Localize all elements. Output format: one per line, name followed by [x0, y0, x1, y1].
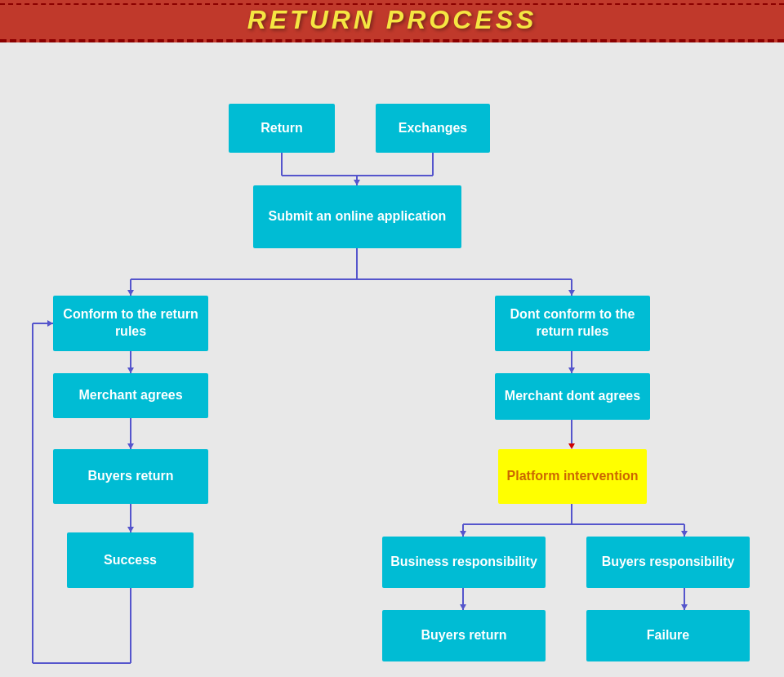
dont-conform-box: Dont conform to the return rules: [495, 296, 650, 351]
svg-marker-12: [127, 367, 134, 373]
buyers-responsibility-box: Buyers responsibility: [586, 537, 750, 588]
page-title: RETURN PROCESS: [247, 5, 537, 35]
svg-marker-36: [681, 604, 688, 610]
svg-marker-14: [127, 443, 134, 449]
return-box: Return: [229, 104, 335, 153]
diagram: Return Exchanges Submit an online applic…: [0, 42, 784, 677]
exchanges-box: Exchanges: [376, 104, 490, 153]
svg-marker-32: [681, 531, 688, 537]
success-box: Success: [67, 532, 194, 588]
submit-box: Submit an online application: [253, 185, 461, 248]
page: RETURN PROCESS: [0, 0, 784, 677]
svg-marker-34: [460, 604, 466, 610]
svg-marker-8: [127, 290, 134, 296]
svg-marker-30: [460, 531, 466, 537]
svg-marker-21: [47, 320, 53, 327]
platform-box: Platform intervention: [498, 449, 647, 504]
svg-marker-23: [568, 367, 575, 373]
business-responsibility-box: Business responsibility: [382, 537, 546, 588]
svg-marker-10: [568, 290, 575, 296]
buyers-return-left-box: Buyers return: [53, 449, 208, 504]
svg-marker-26: [568, 443, 575, 449]
header: RETURN PROCESS: [0, 0, 784, 42]
conform-box: Conform to the return rules: [53, 296, 208, 351]
buyers-return-right-box: Buyers return: [382, 610, 546, 661]
merchant-dont-box: Merchant dont agrees: [495, 373, 650, 420]
merchant-agrees-box: Merchant agrees: [53, 373, 208, 418]
failure-box: Failure: [586, 610, 750, 661]
svg-marker-4: [354, 180, 360, 185]
svg-marker-16: [127, 527, 134, 532]
